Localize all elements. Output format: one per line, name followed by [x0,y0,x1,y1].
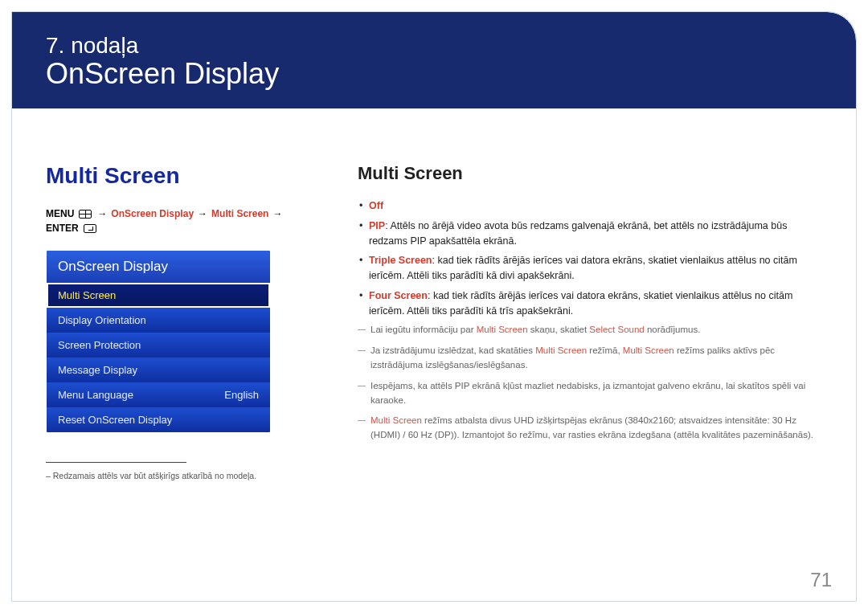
menu-item-label: Multi Screen [58,289,116,301]
option-text: : Attēls no ārējā video avota būs redzam… [369,220,787,247]
menu-item-value: English [224,389,259,401]
option-label: Off [369,200,383,211]
menu-item-label: Menu Language [58,389,133,401]
list-item: Triple Screen: kad tiek rādīts ārējās ie… [358,253,824,284]
list-item: Lai iegūtu informāciju par Multi Screen … [358,323,824,337]
breadcrumb-menu: MENU [46,208,74,219]
option-label: PIP [369,220,385,231]
footnote: – Redzamais attēls var būt atšķirīgs atk… [46,471,311,480]
arrow-icon: → [198,208,207,219]
divider [46,462,186,463]
option-label: Four Screen [369,290,428,301]
breadcrumb-item: Multi Screen [211,208,268,219]
chapter-number: 7. nodaļa [46,33,856,59]
menu-item-label: Reset OnScreen Display [58,414,172,426]
menu-item-label: Display Orientation [58,314,146,326]
osd-menu-item-display-orientation[interactable]: Display Orientation [47,308,270,333]
osd-menu-item-screen-protection[interactable]: Screen Protection [47,333,270,358]
list-item: PIP: Attēls no ārējā video avota būs red… [358,219,824,249]
option-text: : kad tiek rādīts ārējās ierīces vai dat… [369,255,797,281]
section-heading-right: Multi Screen [358,163,824,184]
notes-list: Lai iegūtu informāciju par Multi Screen … [358,323,824,443]
osd-menu: OnScreen Display Multi Screen Display Or… [46,250,271,433]
arrow-icon: → [272,208,282,219]
arrow-icon: → [97,208,107,219]
option-label: Triple Screen [369,255,432,266]
chapter-header: 7. nodaļa OnScreen Display [12,12,856,108]
list-item: Ja izstrādājumu izslēdzat, kad skatāties… [358,344,824,373]
list-item: Multi Screen režīms atbalsta divus UHD i… [358,414,824,443]
enter-icon [84,224,96,233]
list-item: Off [358,198,824,214]
menu-icon [79,210,92,219]
page-title: OnScreen Display [46,57,856,91]
menu-item-label: Message Display [58,364,137,376]
list-item: Iespējams, ka attēls PIP ekrānā kļūst ma… [358,379,824,408]
osd-menu-header: OnScreen Display [47,251,270,283]
breadcrumb-enter: ENTER [46,223,79,234]
osd-menu-item-menu-language[interactable]: Menu Language English [47,382,270,407]
option-text: : kad tiek rādīts ārējās ierīces vai dat… [369,290,792,317]
breadcrumb-item: OnScreen Display [111,208,194,219]
list-item: Four Screen: kad tiek rādīts ārējās ierī… [358,288,824,319]
osd-menu-item-message-display[interactable]: Message Display [47,358,270,382]
breadcrumb: MENU → OnScreen Display → Multi Screen →… [46,208,311,234]
page-number: 71 [810,569,832,591]
section-heading-left: Multi Screen [46,163,311,189]
osd-menu-item-multi-screen[interactable]: Multi Screen [47,283,270,308]
osd-menu-item-reset[interactable]: Reset OnScreen Display [47,407,270,432]
options-list: Off PIP: Attēls no ārējā video avota būs… [358,198,824,318]
menu-item-label: Screen Protection [58,339,141,351]
